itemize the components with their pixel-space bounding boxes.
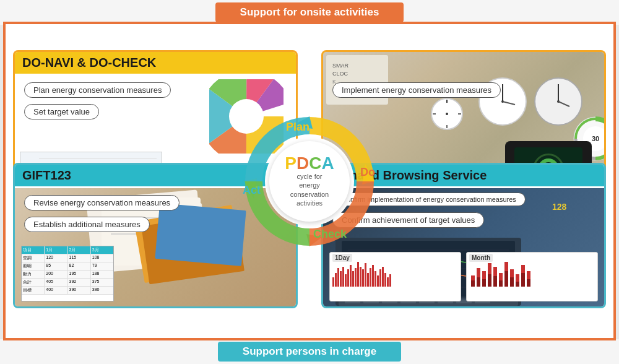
donavi-title: DO-NAVI & DO-CHECK bbox=[22, 56, 156, 69]
svg-rect-96 bbox=[377, 275, 379, 287]
pdca-letters: PDCA bbox=[285, 155, 334, 172]
main-container: Support for onsite activities Support pe… bbox=[0, 0, 619, 364]
month-label: Month bbox=[469, 254, 493, 262]
svg-text:CLOC: CLOC bbox=[332, 71, 348, 77]
top-banner-text: Support for onsite activities bbox=[215, 2, 404, 22]
orange-frame: DO-NAVI & DO-CHECK Plan energy conservat… bbox=[3, 22, 616, 340]
svg-rect-120 bbox=[510, 277, 514, 287]
smartmeter-pill-1: Implement energy conservation measures bbox=[332, 82, 501, 98]
svg-rect-78 bbox=[332, 277, 334, 287]
svg-rect-86 bbox=[352, 271, 354, 287]
donavi-pills: Plan energy conservation measures Set ta… bbox=[15, 79, 180, 123]
top-banner: Support for onsite activities bbox=[0, 0, 619, 25]
svg-rect-98 bbox=[382, 267, 384, 287]
svg-point-43 bbox=[446, 113, 448, 115]
svg-rect-114 bbox=[477, 277, 480, 287]
svg-rect-118 bbox=[499, 280, 503, 287]
svg-rect-89 bbox=[360, 267, 361, 287]
svg-text:SMAR: SMAR bbox=[332, 63, 349, 69]
demand-charts: 1Day bbox=[329, 252, 598, 301]
pdca-circle: PDCA cycle forenergyconservationactiviti… bbox=[269, 141, 350, 222]
svg-rect-81 bbox=[340, 271, 342, 287]
svg-rect-92 bbox=[367, 273, 369, 287]
svg-rect-84 bbox=[347, 269, 349, 287]
smartmeter-pills: Implement energy conservation measures bbox=[323, 79, 604, 101]
svg-rect-82 bbox=[342, 267, 344, 287]
svg-rect-94 bbox=[372, 265, 374, 287]
svg-rect-83 bbox=[345, 274, 347, 287]
svg-rect-91 bbox=[365, 263, 366, 287]
arrow-check-label: Check bbox=[313, 228, 347, 241]
gift-pill-2: Establish additional measures bbox=[24, 217, 150, 232]
1day-chart: 1Day bbox=[329, 252, 461, 301]
svg-rect-93 bbox=[370, 268, 371, 287]
donavi-header: DO-NAVI & DO-CHECK bbox=[15, 52, 296, 74]
svg-rect-88 bbox=[357, 262, 359, 287]
svg-rect-90 bbox=[362, 269, 364, 287]
gift-table: 項目 1月 2月 3月 空調 120 115 108 照明 85 82 79 bbox=[21, 246, 114, 301]
svg-rect-121 bbox=[516, 282, 519, 287]
pdca-center: Plan Do Check Act PDCA cycle forenergyco… bbox=[241, 113, 378, 249]
svg-rect-101 bbox=[389, 274, 391, 287]
arrow-do-label: Do bbox=[360, 166, 375, 179]
bottom-banner-text: Support persons in charge bbox=[218, 342, 401, 362]
arrow-plan-label: Plan bbox=[286, 121, 310, 134]
svg-rect-117 bbox=[493, 276, 497, 287]
svg-rect-79 bbox=[335, 273, 337, 287]
pdca-p: P bbox=[285, 154, 297, 173]
svg-rect-95 bbox=[374, 271, 376, 287]
pdca-c: C bbox=[309, 154, 321, 173]
svg-rect-97 bbox=[379, 269, 381, 287]
bottom-banner: Support persons in charge bbox=[0, 339, 619, 364]
month-chart: Month bbox=[466, 252, 598, 301]
svg-rect-99 bbox=[384, 273, 386, 287]
svg-text:30: 30 bbox=[592, 135, 599, 142]
svg-rect-123 bbox=[527, 279, 530, 287]
gift-title: GIFT123 bbox=[22, 168, 71, 182]
svg-rect-85 bbox=[350, 265, 352, 287]
svg-rect-116 bbox=[488, 274, 491, 287]
gift-pill-1: Revise energy conservation measures bbox=[24, 195, 180, 210]
svg-rect-113 bbox=[471, 280, 475, 287]
pdca-d: D bbox=[297, 154, 309, 173]
svg-rect-80 bbox=[337, 268, 339, 287]
donavi-pill-2: Set target value bbox=[24, 104, 99, 119]
svg-rect-100 bbox=[387, 277, 389, 287]
1day-label: 1Day bbox=[332, 254, 352, 262]
svg-rect-119 bbox=[504, 271, 508, 287]
svg-rect-87 bbox=[355, 268, 357, 287]
svg-rect-115 bbox=[482, 279, 486, 287]
pdca-subtitle: cycle forenergyconservationactivities bbox=[290, 172, 329, 207]
arrow-act-label: Act bbox=[243, 184, 261, 197]
pdca-a: A bbox=[321, 154, 334, 173]
donavi-pill-1: Plan energy conservation measures bbox=[24, 82, 171, 98]
svg-rect-122 bbox=[521, 273, 525, 287]
